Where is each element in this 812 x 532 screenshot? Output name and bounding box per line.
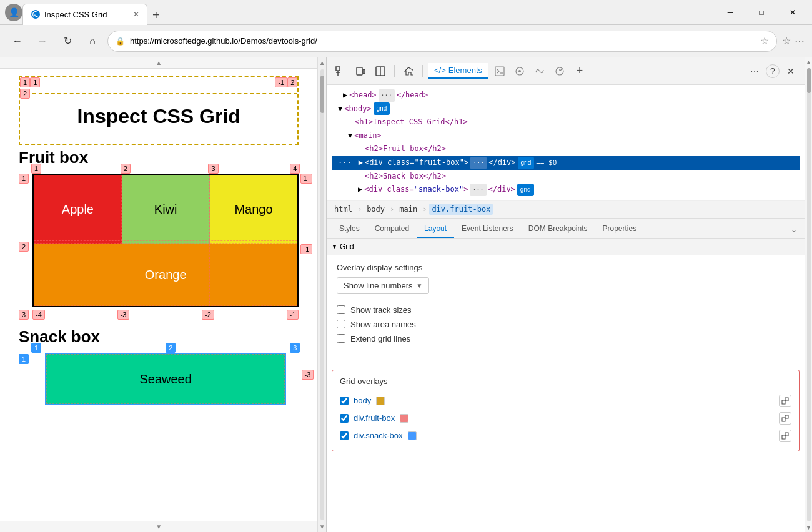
overlay-body-checkbox[interactable] [340,397,349,405]
col-label-3: 3 [208,164,218,174]
dt-scroll-up[interactable]: ▲ [806,57,812,67]
scrollbar-down[interactable]: ▼ [319,521,325,532]
dom-line-body[interactable]: ▼ <body> grid [332,102,800,116]
refresh-button[interactable]: ↻ [57,31,77,51]
breadcrumb-body[interactable]: body [364,204,387,215]
overlay-body-name[interactable]: body [354,396,371,405]
overlay-snack-checkbox[interactable] [340,431,349,440]
breadcrumb-html[interactable]: html [332,204,355,215]
console-tab-button[interactable] [491,62,508,80]
show-track-sizes-row: Show track sizes [337,303,795,317]
scrollbar-thumb[interactable] [320,76,324,113]
dt-scroll-track[interactable] [807,68,811,521]
back-button[interactable]: ← [7,31,27,51]
fruit-row-labels-right: 1 -1 [300,174,313,254]
scroll-up-arrow[interactable]: ▲ [0,57,317,69]
show-track-sizes-checkbox[interactable] [337,305,345,314]
inspect-element-button[interactable] [332,62,349,80]
devtools-scrollbar: ▲ ▼ [805,57,812,532]
overlay-body-inspect[interactable] [779,395,791,407]
grid-section-collapse-icon: ▼ [332,244,337,250]
svg-rect-16 [785,398,788,401]
checkboxes-group: Show track sizes Show area names Extend … [337,303,795,346]
fruit-ellipsis[interactable]: ··· [470,157,487,169]
dom-line-h2-fruit[interactable]: <h2>Fruit box</h2> [332,142,800,156]
breadcrumb-main[interactable]: main [397,204,420,215]
sources-tab-button[interactable] [511,62,528,80]
help-button[interactable]: ? [766,64,780,78]
extend-grid-lines-checkbox[interactable] [337,334,345,343]
head-expand[interactable]: ▶ [343,89,347,102]
grid-col-label-1: 1 [20,77,30,87]
breadcrumb-active[interactable]: div.fruit-box [429,204,493,215]
elements-tab-button[interactable]: </> Elements [428,63,488,79]
dt-scroll-thumb[interactable] [807,68,811,93]
main-expand[interactable]: ▼ [348,129,352,143]
grid-section-header[interactable]: ▼ Grid [327,239,805,255]
snack-row-neg3: -3 [302,370,314,380]
snack-col-1: 1 [31,343,41,353]
scrollbar-up[interactable]: ▲ [319,57,325,68]
elements-panel-toggle[interactable] [372,62,389,80]
panel-tabs-more[interactable]: ⌄ [788,222,800,238]
fruit-pseudo: == $0 [536,157,557,169]
home-button[interactable]: ⌂ [82,31,102,51]
dom-line-h1[interactable]: <h1>Inspect CSS Grid</h1> [332,116,800,129]
overlay-fruit-name[interactable]: div.fruit-box [354,413,395,423]
overlay-snack-name[interactable]: div.snack-box [354,431,403,440]
new-tab-button[interactable]: + [147,6,165,25]
tab-layout[interactable]: Layout [417,220,454,238]
dom-line-div-snack[interactable]: ▶ <div class="snack-box"> ··· </div> gri… [332,183,800,197]
overlay-fruit-inspect[interactable] [779,412,791,425]
snack-grid-badge: grid [517,184,534,196]
tab-close-btn[interactable]: ✕ [133,10,139,19]
network-tab-button[interactable] [531,62,548,80]
div-snack-expand[interactable]: ▶ [358,183,362,197]
webpage-panel: ▲ 1 1 -1 2 2 [0,57,317,532]
div-fruit-close: </div> [488,156,515,170]
forward-button[interactable]: → [32,31,52,51]
div-fruit-expand[interactable]: ▶ [359,156,363,170]
tab-styles[interactable]: Styles [332,220,367,238]
overlay-fruit-checkbox[interactable] [340,414,349,423]
home-devtools-button[interactable] [400,62,417,80]
performance-tab-button[interactable] [551,62,568,80]
tab-event-listeners[interactable]: Event Listeners [454,220,521,238]
dom-line-head[interactable]: ▶ <head> ··· </head> [332,89,800,102]
dom-line-main[interactable]: ▼ <main> [332,129,800,143]
dom-line-h2-snack[interactable]: <h2>Snack box</h2> [332,170,800,184]
snack-ellipsis[interactable]: ··· [470,184,486,196]
line-numbers-dropdown[interactable]: Show line numbers ▼ [337,277,429,294]
head-close-tag: </head> [397,89,428,102]
navigation-bar: ← → ↻ ⌂ 🔒 ☆ ☆ ⋯ [0,25,812,57]
maximize-button[interactable]: □ [747,2,776,22]
close-button[interactable]: ✕ [778,2,807,22]
tab-properties[interactable]: Properties [595,220,645,238]
favorites-button[interactable]: ☆ [782,35,791,47]
row-label-neg1-right: -1 [300,244,313,254]
breadcrumb-bar: html › body › main › div.fruit-box [327,201,805,219]
close-devtools-button[interactable]: ✕ [782,62,800,80]
tab-dom-breakpoints[interactable]: DOM Breakpoints [521,220,595,238]
svg-rect-5 [363,69,365,74]
active-tab[interactable]: Inspect CSS Grid ✕ [22,4,147,25]
tab-computed[interactable]: Computed [367,220,417,238]
overlay-snack-inspect[interactable] [779,430,791,442]
show-area-names-label: Show area names [350,320,416,329]
favorite-star-icon[interactable]: ☆ [760,35,769,47]
add-panel-button[interactable]: + [571,62,588,80]
more-button[interactable]: ⋯ [795,35,805,47]
device-toolbar-button[interactable] [352,62,369,80]
dt-scroll-down[interactable]: ▼ [806,523,812,532]
more-panels-button[interactable]: ⋯ [746,62,763,80]
snack-col-2: 2 [166,343,176,353]
minimize-button[interactable]: ─ [716,2,745,22]
col-label-neg4: -4 [32,310,45,320]
show-area-names-checkbox[interactable] [337,320,345,328]
head-ellipsis[interactable]: ··· [379,89,395,102]
dom-line-div-fruit[interactable]: ··· ▶ <div class="fruit-box"> ··· </div>… [332,156,800,170]
body-expand[interactable]: ▼ [338,102,342,116]
url-input[interactable] [130,36,755,46]
scrollbar-track[interactable] [320,69,324,520]
scroll-down-arrow[interactable]: ▼ [0,521,317,532]
